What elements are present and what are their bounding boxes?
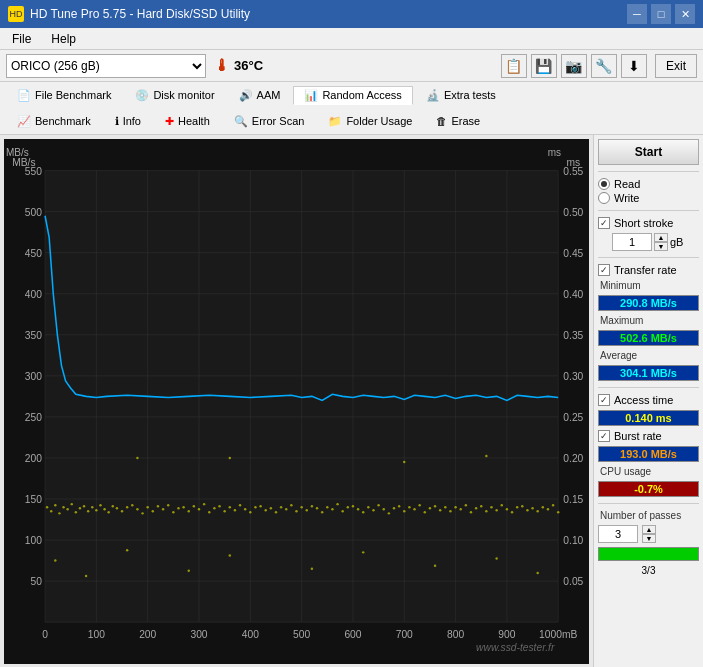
svg-point-175 (229, 457, 231, 459)
tab-aam[interactable]: 🔊 AAM (228, 86, 292, 105)
svg-point-125 (362, 511, 364, 513)
toolbar-btn-1[interactable]: 📋 (501, 54, 527, 78)
svg-point-146 (470, 511, 472, 513)
y-axis-left-label: MB/s (6, 147, 29, 158)
read-label: Read (614, 178, 640, 190)
tab-disk-monitor-label: Disk monitor (153, 89, 214, 101)
read-radio[interactable]: Read (598, 178, 699, 190)
svg-text:600: 600 (344, 629, 361, 640)
tab-benchmark-label: Benchmark (35, 115, 91, 127)
toolbar-btn-5[interactable]: ⬇ (621, 54, 647, 78)
svg-text:ms: ms (566, 157, 580, 168)
svg-point-72 (95, 509, 97, 511)
passes-up[interactable]: ▲ (642, 525, 656, 534)
svg-point-172 (495, 557, 497, 559)
toolbar-btn-4[interactable]: 🔧 (591, 54, 617, 78)
tab-extra-tests-label: Extra tests (444, 89, 496, 101)
passes-input[interactable] (598, 525, 638, 543)
svg-text:500: 500 (293, 629, 310, 640)
svg-text:350: 350 (25, 330, 42, 341)
svg-text:400: 400 (25, 289, 42, 300)
right-panel: Start Read Write Short stroke ▲ (593, 135, 703, 667)
toolbar-icons: 📋 💾 📷 🔧 ⬇ (501, 54, 647, 78)
toolbar-btn-2[interactable]: 💾 (531, 54, 557, 78)
toolbar-btn-3[interactable]: 📷 (561, 54, 587, 78)
short-stroke-input[interactable] (612, 233, 652, 251)
menu-file[interactable]: File (4, 30, 39, 48)
transfer-rate-label: Transfer rate (614, 264, 677, 276)
tabs-container: 📄 File Benchmark 💿 Disk monitor 🔊 AAM 📊 … (0, 82, 703, 135)
svg-point-61 (50, 510, 52, 512)
svg-text:0.45: 0.45 (563, 248, 583, 259)
error-scan-icon: 🔍 (234, 115, 248, 128)
progress-bar-fill (599, 548, 698, 560)
tabs-row-1: 📄 File Benchmark 💿 Disk monitor 🔊 AAM 📊 … (0, 82, 703, 108)
svg-point-111 (290, 504, 292, 506)
svg-point-71 (91, 506, 93, 508)
svg-point-67 (75, 511, 77, 513)
close-button[interactable]: ✕ (675, 4, 695, 24)
tab-erase-label: Erase (451, 115, 480, 127)
tab-info-label: Info (123, 115, 141, 127)
tab-extra-tests[interactable]: 🔬 Extra tests (415, 86, 507, 105)
short-stroke-up[interactable]: ▲ (654, 233, 668, 242)
svg-point-170 (362, 551, 364, 553)
svg-point-122 (347, 506, 349, 508)
short-stroke-spinner: ▲ ▼ gB (612, 233, 699, 251)
tab-benchmark[interactable]: 📈 Benchmark (6, 112, 102, 131)
svg-point-158 (531, 507, 533, 509)
app-icon: HD (8, 6, 24, 22)
tab-health[interactable]: ✚ Health (154, 112, 221, 131)
tab-file-benchmark[interactable]: 📄 File Benchmark (6, 86, 122, 105)
file-benchmark-icon: 📄 (17, 89, 31, 102)
minimize-button[interactable]: ─ (627, 4, 647, 24)
burst-rate-checkbox[interactable]: Burst rate (598, 430, 699, 442)
titlebar-controls[interactable]: ─ □ ✕ (627, 4, 695, 24)
svg-point-101 (239, 504, 241, 506)
svg-point-134 (408, 506, 410, 508)
temperature-value: 36°C (234, 58, 263, 73)
tab-folder-usage[interactable]: 📁 Folder Usage (317, 112, 423, 131)
tab-info[interactable]: ℹ Info (104, 112, 152, 131)
maximize-button[interactable]: □ (651, 4, 671, 24)
read-radio-circle (598, 178, 610, 190)
start-button[interactable]: Start (598, 139, 699, 165)
y-axis-right-label: ms (548, 147, 561, 158)
svg-point-66 (71, 503, 73, 505)
svg-point-127 (372, 509, 374, 511)
svg-point-140 (439, 509, 441, 511)
svg-point-171 (434, 564, 436, 566)
menu-help[interactable]: Help (43, 30, 84, 48)
transfer-rate-checkbox[interactable]: Transfer rate (598, 264, 699, 276)
passes-down[interactable]: ▼ (642, 534, 656, 543)
tab-random-access[interactable]: 📊 Random Access (293, 86, 412, 105)
svg-text:50: 50 (31, 576, 43, 587)
short-stroke-down[interactable]: ▼ (654, 242, 668, 251)
svg-point-166 (126, 549, 128, 551)
passes-spinbtns: ▲ ▼ (642, 525, 656, 543)
svg-text:900: 900 (498, 629, 515, 640)
access-time-checkbox[interactable]: Access time (598, 394, 699, 406)
short-stroke-checkbox[interactable]: Short stroke (598, 217, 699, 229)
benchmark-icon: 📈 (17, 115, 31, 128)
svg-point-69 (83, 505, 85, 507)
tab-disk-monitor[interactable]: 💿 Disk monitor (124, 86, 225, 105)
exit-button[interactable]: Exit (655, 54, 697, 78)
disk-select[interactable]: ORICO (256 gB) (6, 54, 206, 78)
tab-erase[interactable]: 🗑 Erase (425, 112, 491, 130)
svg-point-63 (58, 512, 60, 514)
svg-point-96 (213, 507, 215, 509)
svg-point-153 (506, 508, 508, 510)
svg-text:0.15: 0.15 (563, 494, 583, 505)
svg-point-149 (485, 510, 487, 512)
progress-bar (598, 547, 699, 561)
svg-point-154 (511, 511, 513, 513)
titlebar: HD HD Tune Pro 5.75 - Hard Disk/SSD Util… (0, 0, 703, 28)
num-passes-label: Number of passes (600, 510, 699, 521)
write-radio[interactable]: Write (598, 192, 699, 204)
svg-point-76 (112, 505, 114, 507)
svg-point-113 (300, 506, 302, 508)
tab-error-scan[interactable]: 🔍 Error Scan (223, 112, 316, 131)
svg-point-117 (321, 511, 323, 513)
svg-point-73 (99, 504, 101, 506)
